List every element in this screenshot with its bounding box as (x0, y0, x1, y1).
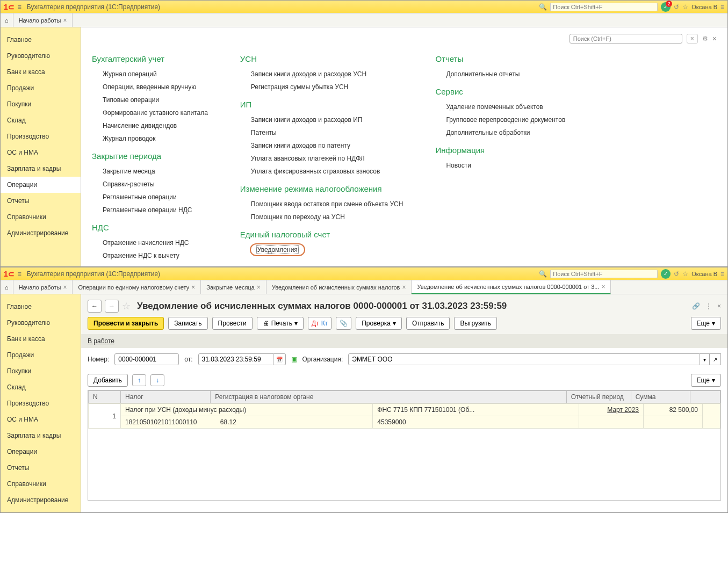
close-icon[interactable]: × (402, 284, 406, 291)
col-n[interactable]: N (89, 391, 121, 403)
sidebar-item-production[interactable]: Производство (1, 395, 81, 411)
org-input[interactable] (348, 353, 700, 365)
date-input[interactable] (198, 353, 273, 365)
sidebar-item-assets[interactable]: ОС и НМА (1, 411, 81, 428)
tab-start[interactable]: Начало работы× (13, 13, 73, 27)
tab-start[interactable]: Начало работы× (13, 280, 73, 294)
sidebar-item-production[interactable]: Производство (1, 128, 81, 144)
clear-button[interactable]: × (687, 34, 698, 44)
open-icon[interactable]: ↗ (710, 353, 721, 365)
link-close-month[interactable]: Закрытие месяца (92, 165, 208, 178)
attachments-button[interactable]: 📎 (336, 317, 351, 330)
link-delete-marked[interactable]: Удаление помеченных объектов (435, 100, 565, 113)
link-dividends[interactable]: Начисление дивидендов (92, 119, 208, 132)
sidebar-item-reports[interactable]: Отчеты (1, 193, 81, 209)
sidebar-item-manager[interactable]: Руководителю (1, 315, 81, 331)
link-news[interactable]: Новости (435, 159, 565, 172)
sidebar-item-reports[interactable]: Отчеты (1, 460, 81, 476)
post-button[interactable]: Провести (212, 317, 253, 330)
close-icon[interactable]: × (712, 34, 717, 43)
favorite-icon[interactable]: ☆ (122, 300, 131, 312)
link-patent-book[interactable]: Записи книги доходов по патенту (240, 139, 403, 152)
link-nds-deduct[interactable]: Отражение НДС к вычету (92, 249, 208, 262)
link-charter-capital[interactable]: Формирование уставного капитала (92, 106, 208, 119)
more-button[interactable]: Еще ▾ (691, 317, 721, 330)
sidebar-item-bank[interactable]: Банк и касса (1, 64, 81, 80)
username[interactable]: Оксана В (691, 271, 717, 277)
col-sum[interactable]: Сумма (631, 391, 690, 403)
sidebar-item-manager[interactable]: Руководителю (1, 48, 81, 64)
dropdown-icon[interactable]: ▾ (700, 353, 710, 365)
link-usn-transition[interactable]: Помощник по переходу на УСН (240, 211, 403, 223)
sidebar-item-admin[interactable]: Администрирование (1, 225, 81, 241)
sidebar-item-admin[interactable]: Администрирование (1, 492, 81, 508)
close-icon[interactable]: × (63, 284, 67, 291)
link-journal-operations[interactable]: Журнал операций (92, 68, 208, 81)
col-tax[interactable]: Налог (121, 391, 211, 403)
tab-ens-operations[interactable]: Операции по единому налоговому счету× (73, 280, 201, 294)
global-search-input[interactable] (550, 270, 658, 278)
link-refs-calc[interactable]: Справки-расчеты (92, 178, 208, 191)
sidebar-item-warehouse[interactable]: Склад (1, 112, 81, 128)
link-reglament[interactable]: Регламентные операции (92, 191, 208, 204)
save-button[interactable]: Записать (168, 317, 207, 330)
link-typical-operations[interactable]: Типовые операции (92, 93, 208, 106)
cell-reg[interactable]: ФНС 7715 КПП 771501001 (Об... (373, 404, 579, 416)
close-icon[interactable]: × (717, 302, 721, 310)
tab-notification-doc[interactable]: Уведомление об исчисленных суммах налого… (412, 280, 611, 294)
back-button[interactable]: ← (88, 300, 102, 313)
link-icon[interactable]: 🔗 (692, 302, 700, 310)
sidebar-item-purchases[interactable]: Покупки (1, 96, 81, 112)
link-nds-accrual[interactable]: Отражение начисления НДС (92, 236, 208, 249)
sidebar-item-purchases[interactable]: Покупки (1, 363, 81, 379)
move-up-button[interactable]: ↑ (132, 374, 146, 386)
cell-period[interactable]: Март 2023 (579, 404, 644, 416)
sidebar-item-warehouse[interactable]: Склад (1, 379, 81, 395)
hamburger-icon[interactable]: ≡ (18, 270, 21, 278)
sidebar-item-payroll[interactable]: Зарплата и кадры (1, 428, 81, 444)
tab-notifications-list[interactable]: Уведомления об исчисленных суммах налого… (266, 280, 412, 294)
send-button[interactable]: Отправить (406, 317, 450, 330)
post-close-button[interactable]: Провести и закрыть (88, 317, 164, 330)
link-patents[interactable]: Патенты (240, 126, 403, 139)
kebab-icon[interactable]: ⋮ (705, 302, 712, 310)
export-button[interactable]: Выгрузить (454, 317, 497, 330)
history-icon[interactable]: ↺ (674, 270, 679, 278)
tab-close-month[interactable]: Закрытие месяца× (201, 280, 266, 294)
cell-tax[interactable]: Налог при УСН (доходы минус расходы) (121, 404, 373, 416)
print-button[interactable]: 🖨Печать ▾ (257, 317, 304, 330)
close-icon[interactable]: × (63, 17, 67, 24)
link-notifications[interactable]: Уведомления (250, 243, 305, 256)
sidebar-item-main[interactable]: Главное (1, 32, 81, 48)
notifications-icon[interactable]: ✓ (661, 269, 671, 279)
global-search-input[interactable] (550, 3, 658, 11)
link-ndfl-advance[interactable]: Уплата авансовых платежей по НДФЛ (240, 152, 403, 165)
add-button[interactable]: Добавить (88, 374, 128, 387)
window-menu-icon[interactable]: ≡ (720, 3, 724, 11)
close-icon[interactable]: × (191, 284, 195, 291)
sidebar-item-operations[interactable]: Операции (1, 444, 81, 460)
panel-search-input[interactable] (570, 34, 682, 44)
history-icon[interactable]: ↺ (674, 3, 679, 11)
tab-home[interactable]: ⌂ (1, 13, 13, 27)
forward-button[interactable]: → (105, 300, 119, 313)
move-down-button[interactable]: ↓ (150, 374, 164, 386)
table-row[interactable]: 18210501021011000110 68.12 45359000 (89, 416, 720, 429)
link-extra-proc[interactable]: Дополнительные обработки (435, 126, 565, 139)
close-icon[interactable]: × (257, 284, 261, 291)
cell-kbk[interactable]: 18210501021011000110 68.12 (121, 416, 373, 429)
sidebar-item-bank[interactable]: Банк и касса (1, 331, 81, 347)
sidebar-item-catalogs[interactable]: Справочники (1, 476, 81, 492)
link-reglament-nds[interactable]: Регламентные операции НДС (92, 204, 208, 216)
window-menu-icon[interactable]: ≡ (720, 270, 724, 278)
dtkt-button[interactable]: ДтКт (308, 317, 331, 330)
calendar-icon[interactable]: 📅 (273, 353, 286, 365)
sidebar-item-assets[interactable]: ОС и НМА (1, 144, 81, 161)
hamburger-icon[interactable]: ≡ (18, 3, 21, 11)
username[interactable]: Оксана В (691, 4, 717, 10)
notifications-icon[interactable]: ✓2 (661, 2, 671, 12)
status-label[interactable]: В работе (88, 337, 114, 345)
sidebar-item-catalogs[interactable]: Справочники (1, 209, 81, 225)
close-icon[interactable]: × (601, 283, 605, 291)
link-entries-journal[interactable]: Журнал проводок (92, 132, 208, 145)
